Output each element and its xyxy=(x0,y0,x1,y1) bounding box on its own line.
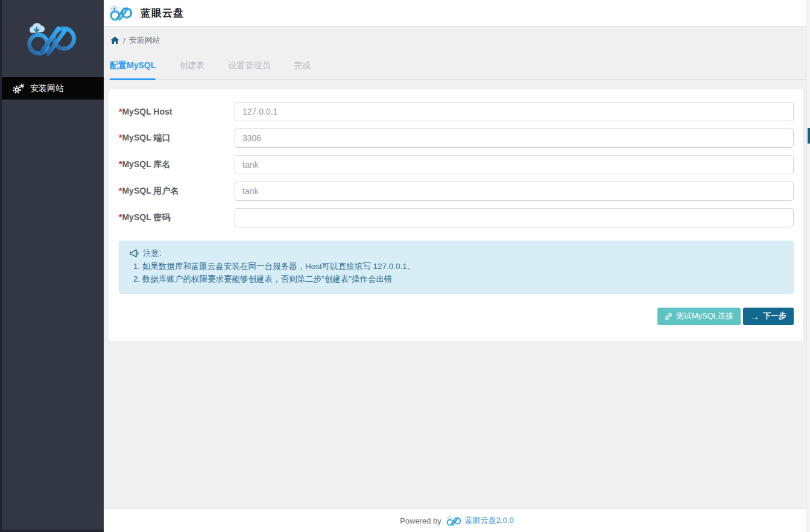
test-button-label: 测试MySQL连接 xyxy=(676,311,733,321)
form-row-mysql-password: *MySQL 密码 xyxy=(119,208,794,227)
mysql-username-label: *MySQL 用户名 xyxy=(119,186,235,197)
mysql-port-label: *MySQL 端口 xyxy=(119,133,235,144)
mysql-port-input[interactable] xyxy=(235,128,794,148)
cloud-download-icon xyxy=(30,23,45,33)
main-area: 蓝眼云盘 / 安装网站 配置MySQL 创建表 设置管理员 完成 *MySQL … xyxy=(104,0,810,532)
form-row-mysql-port: *MySQL 端口 xyxy=(119,128,794,148)
note-list: 如果数据库和蓝眼云盘安装在同一台服务器，Host可以直接填写 127.0.0.1… xyxy=(142,261,784,285)
footer-version-link[interactable]: 蓝眼云盘2.0.0 xyxy=(465,515,514,526)
content-area: *MySQL Host *MySQL 端口 *MySQL 库名 *MySQL 用… xyxy=(104,80,810,508)
mysql-host-input[interactable] xyxy=(235,102,794,121)
breadcrumb: / 安装网站 xyxy=(104,27,810,49)
page-title: 蓝眼云盘 xyxy=(141,6,184,20)
bullhorn-icon xyxy=(130,249,139,258)
cogs-icon xyxy=(13,83,25,94)
sidebar-item-label: 安装网站 xyxy=(30,83,64,94)
form-row-mysql-database: *MySQL 库名 xyxy=(119,155,794,174)
mysql-password-label: *MySQL 密码 xyxy=(119,212,235,223)
mysql-username-input[interactable] xyxy=(235,182,794,201)
sidebar-item-install-site[interactable]: 安装网站 xyxy=(0,77,104,100)
breadcrumb-current: 安装网站 xyxy=(129,35,160,46)
note-item: 如果数据库和蓝眼云盘安装在同一台服务器，Host可以直接填写 127.0.0.1… xyxy=(142,261,784,273)
tab-finish[interactable]: 完成 xyxy=(294,55,311,79)
mysql-database-label: *MySQL 库名 xyxy=(119,159,235,170)
sidebar-edge-strip xyxy=(0,0,2,532)
mysql-config-card: *MySQL Host *MySQL 端口 *MySQL 库名 *MySQL 用… xyxy=(109,89,803,341)
tab-configure-mysql[interactable]: 配置MySQL xyxy=(110,55,156,79)
tab-create-tables[interactable]: 创建表 xyxy=(179,55,204,79)
breadcrumb-separator: / xyxy=(123,36,125,45)
info-note: 注意: 如果数据库和蓝眼云盘安装在同一台服务器，Host可以直接填写 127.0… xyxy=(119,241,794,294)
note-title: 注意: xyxy=(143,248,162,259)
form-row-mysql-host: *MySQL Host xyxy=(119,102,794,121)
action-bar: 测试MySQL连接 → 下一步 xyxy=(119,308,794,335)
form-row-mysql-username: *MySQL 用户名 xyxy=(119,182,794,201)
next-step-button[interactable]: → 下一步 xyxy=(743,308,794,325)
tab-set-admin[interactable]: 设置管理员 xyxy=(228,55,270,79)
page-scrollbar-track[interactable] xyxy=(806,0,810,532)
cloud-download-icon xyxy=(111,6,118,11)
arrow-right-icon: → xyxy=(750,311,759,321)
mysql-password-input[interactable] xyxy=(235,208,794,227)
sidebar-bottom-strip xyxy=(0,530,104,532)
note-item: 数据库账户的权限要求要能够创建表，否则第二步"创建表"操作会出错 xyxy=(142,274,784,285)
cloud-download-icon xyxy=(448,516,452,519)
top-header: 蓝眼云盘 xyxy=(104,0,810,27)
link-icon xyxy=(665,312,672,320)
sidebar: 安装网站 xyxy=(0,0,104,532)
next-button-label: 下一步 xyxy=(763,311,786,321)
test-mysql-connection-button[interactable]: 测试MySQL连接 xyxy=(657,308,741,325)
app-logo-icon xyxy=(109,5,134,21)
footer-logo-icon xyxy=(446,516,462,526)
home-icon[interactable] xyxy=(110,36,119,45)
mysql-host-label: *MySQL Host xyxy=(119,107,235,116)
sidebar-logo xyxy=(0,0,104,77)
wizard-tabs: 配置MySQL 创建表 设置管理员 完成 xyxy=(104,55,810,80)
footer: Powered by 蓝眼云盘2.0.0 xyxy=(104,508,810,532)
cloud-infinity-logo-icon xyxy=(23,21,81,56)
page-scrollbar-thumb[interactable] xyxy=(808,128,810,144)
note-title-row: 注意: xyxy=(130,248,784,259)
mysql-database-input[interactable] xyxy=(235,155,794,174)
powered-by-text: Powered by xyxy=(400,516,441,525)
